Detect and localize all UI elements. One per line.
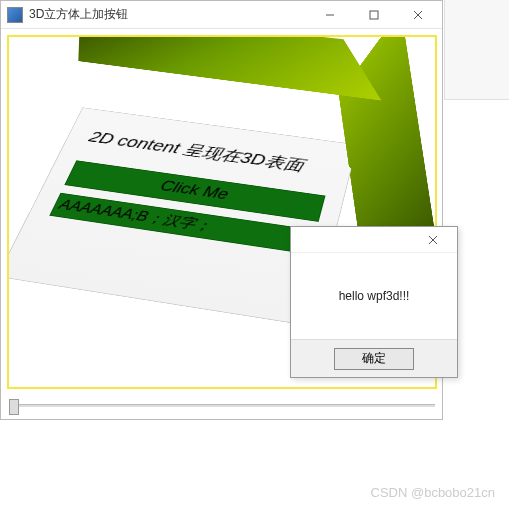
app-icon xyxy=(7,7,23,23)
slider-rail xyxy=(9,404,435,407)
cube-top-face xyxy=(78,35,381,101)
dialog-footer: 确定 xyxy=(291,339,457,377)
slider-thumb[interactable] xyxy=(9,399,19,415)
message-dialog: hello wpf3d!!! 确定 xyxy=(290,226,458,378)
window-title: 3D立方体上加按钮 xyxy=(29,6,308,23)
dialog-message: hello wpf3d!!! xyxy=(291,253,457,339)
dialog-ok-button[interactable]: 确定 xyxy=(334,348,414,370)
titlebar: 3D立方体上加按钮 xyxy=(1,1,442,29)
maximize-button[interactable] xyxy=(352,3,396,27)
slider[interactable] xyxy=(9,398,435,412)
close-button[interactable] xyxy=(396,3,440,27)
window-controls xyxy=(308,3,440,27)
side-panel xyxy=(444,0,509,100)
dialog-titlebar xyxy=(291,227,457,253)
dialog-close-button[interactable] xyxy=(413,230,453,250)
watermark: CSDN @bcbobo21cn xyxy=(371,485,495,500)
minimize-button[interactable] xyxy=(308,3,352,27)
svg-rect-1 xyxy=(370,11,378,19)
